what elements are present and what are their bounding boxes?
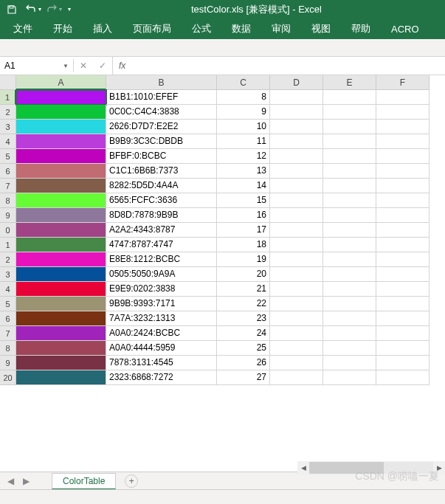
row-header[interactable]: 7 — [0, 326, 16, 341]
cell[interactable] — [270, 90, 323, 105]
row-header[interactable]: 5 — [0, 297, 16, 311]
col-header-f[interactable]: F — [376, 75, 430, 90]
ribbon-tab-5[interactable]: 数据 — [221, 18, 261, 40]
cell-color[interactable] — [16, 267, 106, 282]
cell[interactable]: 8D8D:7878:9B9B — [106, 208, 217, 223]
cell[interactable]: 20 — [217, 267, 270, 282]
cell-color[interactable] — [16, 223, 106, 238]
cell-color[interactable] — [16, 297, 106, 311]
cell-color[interactable] — [16, 149, 106, 164]
scroll-left-icon[interactable]: ◀ — [297, 464, 309, 472]
cell-color[interactable] — [16, 252, 106, 267]
new-sheet-button[interactable]: + — [125, 474, 138, 488]
cell[interactable] — [323, 252, 376, 267]
cell[interactable]: E8E8:1212:BCBC — [106, 252, 217, 267]
cell[interactable] — [270, 282, 323, 297]
row-header[interactable]: 3 — [0, 267, 16, 282]
cell[interactable] — [270, 120, 323, 134]
cell[interactable]: A0A0:4444:5959 — [106, 341, 217, 356]
ribbon-tab-8[interactable]: 帮助 — [341, 18, 381, 40]
cell[interactable] — [376, 356, 430, 370]
ribbon-tab-6[interactable]: 审阅 — [261, 18, 301, 40]
cell[interactable] — [270, 311, 323, 326]
cell[interactable] — [376, 149, 430, 164]
cell[interactable] — [323, 149, 376, 164]
cell[interactable] — [270, 356, 323, 370]
row-header[interactable]: 9 — [0, 356, 16, 370]
cell[interactable] — [270, 208, 323, 223]
cell[interactable] — [323, 208, 376, 223]
row-header[interactable]: 4 — [0, 134, 16, 149]
ribbon-tab-9[interactable]: ACRO — [381, 19, 430, 39]
cell[interactable] — [376, 90, 430, 105]
cell[interactable]: 17 — [217, 223, 270, 238]
row-header[interactable]: 1 — [0, 238, 16, 252]
cell[interactable]: 27 — [217, 370, 270, 385]
ribbon-tab-1[interactable]: 开始 — [43, 18, 83, 40]
col-header-d[interactable]: D — [270, 75, 323, 90]
col-header-a[interactable]: A — [16, 75, 106, 90]
cell[interactable]: A2A2:4343:8787 — [106, 223, 217, 238]
cell[interactable]: 18 — [217, 238, 270, 252]
cell[interactable] — [323, 164, 376, 179]
cell[interactable]: 25 — [217, 341, 270, 356]
cell[interactable] — [323, 134, 376, 149]
cell-color[interactable] — [16, 238, 106, 252]
cell[interactable] — [323, 90, 376, 105]
cell[interactable] — [376, 208, 430, 223]
cell-color[interactable] — [16, 193, 106, 208]
cell[interactable] — [376, 326, 430, 341]
cell[interactable] — [376, 105, 430, 120]
confirm-icon[interactable]: ✓ — [99, 61, 106, 71]
cell[interactable]: 14 — [217, 179, 270, 193]
cell[interactable] — [323, 105, 376, 120]
cell[interactable] — [270, 164, 323, 179]
ribbon-tab-7[interactable]: 视图 — [301, 18, 341, 40]
cell[interactable]: 9 — [217, 105, 270, 120]
cell[interactable] — [270, 149, 323, 164]
undo-icon[interactable] — [22, 1, 40, 18]
cell[interactable] — [323, 326, 376, 341]
chevron-down-icon[interactable]: ▼ — [63, 63, 69, 69]
row-header[interactable]: 4 — [0, 282, 16, 297]
cell[interactable] — [270, 193, 323, 208]
cell[interactable] — [376, 134, 430, 149]
name-box[interactable]: A1 ▼ — [0, 59, 74, 72]
cell[interactable] — [270, 341, 323, 356]
cell[interactable]: 0C0C:C4C4:3838 — [106, 105, 217, 120]
cell[interactable] — [323, 282, 376, 297]
cell[interactable] — [270, 252, 323, 267]
save-icon[interactable] — [3, 1, 21, 18]
cell[interactable] — [270, 105, 323, 120]
cell[interactable] — [376, 297, 430, 311]
cell[interactable]: 2626:D7D7:E2E2 — [106, 120, 217, 134]
cell[interactable]: 19 — [217, 252, 270, 267]
cell-color[interactable] — [16, 341, 106, 356]
cell[interactable] — [323, 238, 376, 252]
cell-color[interactable] — [16, 179, 106, 193]
cell[interactable]: 7878:3131:4545 — [106, 356, 217, 370]
cell[interactable] — [376, 238, 430, 252]
cell[interactable]: E9E9:0202:3838 — [106, 282, 217, 297]
cell[interactable] — [376, 223, 430, 238]
cell[interactable] — [376, 120, 430, 134]
tab-nav-next-icon[interactable]: ▶ — [23, 476, 30, 486]
cell[interactable] — [270, 297, 323, 311]
cell[interactable] — [323, 267, 376, 282]
cell[interactable]: 2323:6868:7272 — [106, 370, 217, 385]
row-header[interactable]: 6 — [0, 311, 16, 326]
cell[interactable]: C1C1:6B6B:7373 — [106, 164, 217, 179]
cell[interactable]: 21 — [217, 282, 270, 297]
cell[interactable] — [323, 120, 376, 134]
cell[interactable]: 11 — [217, 134, 270, 149]
cell-color[interactable] — [16, 326, 106, 341]
ribbon-tab-4[interactable]: 公式 — [182, 18, 221, 40]
cell[interactable]: 9B9B:9393:7171 — [106, 297, 217, 311]
cell[interactable] — [270, 326, 323, 341]
cell[interactable] — [323, 179, 376, 193]
cell[interactable]: 8 — [217, 90, 270, 105]
cell[interactable]: BFBF:0:BCBC — [106, 149, 217, 164]
cell[interactable] — [323, 370, 376, 385]
cell-color[interactable] — [16, 164, 106, 179]
cell[interactable]: B1B1:1010:EFEF — [106, 90, 217, 105]
